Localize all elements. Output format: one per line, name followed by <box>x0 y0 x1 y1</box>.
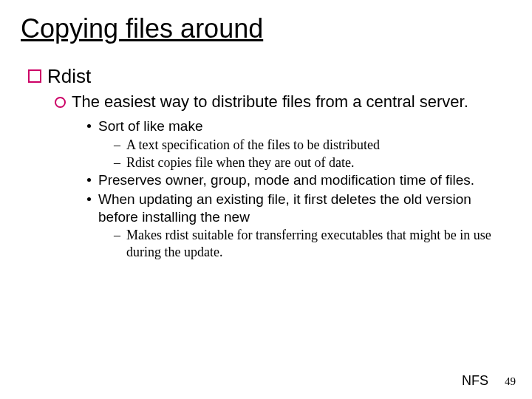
bullet-text: Sort of like make <box>98 117 203 135</box>
bullet-level1: Rdist <box>28 65 511 88</box>
slide-footer: NFS 49 <box>462 373 516 389</box>
footer-label: NFS <box>462 373 488 389</box>
bullet-text: A text specification of the files to be … <box>126 137 380 154</box>
bullet-level3: When updating an existing file, it first… <box>87 191 511 226</box>
bullet-text: Rdist copies file when they are out of d… <box>126 154 354 171</box>
square-bullet-icon <box>28 69 41 83</box>
bullet-level4: – A text specification of the files to b… <box>114 137 511 154</box>
disc-bullet-icon <box>87 124 91 128</box>
dash-bullet-icon: – <box>114 137 120 154</box>
dash-bullet-icon: – <box>114 154 120 171</box>
bullet-level2: The easiest way to distribute files from… <box>55 92 511 112</box>
bullet-text: When updating an existing file, it first… <box>98 191 511 226</box>
dash-bullet-icon: – <box>114 227 120 244</box>
bullet-level4: – Makes rdist suitable for transferring … <box>114 227 511 260</box>
bullet-level3: Sort of like make <box>87 117 511 135</box>
bullet-text: The easiest way to distribute files from… <box>72 92 468 112</box>
bullet-text: Rdist <box>47 65 91 88</box>
circle-bullet-icon <box>55 97 66 108</box>
bullet-text: Makes rdist suitable for transferring ex… <box>126 227 511 260</box>
bullet-text: Preserves owner, group, mode and modific… <box>98 171 474 189</box>
bullet-level4: – Rdist copies file when they are out of… <box>114 154 511 171</box>
slide-title: Copying files around <box>21 13 511 44</box>
disc-bullet-icon <box>87 178 91 182</box>
bullet-level3: Preserves owner, group, mode and modific… <box>87 171 511 189</box>
slide-number: 49 <box>505 375 516 388</box>
disc-bullet-icon <box>87 197 91 201</box>
slide: Copying files around Rdist The easiest w… <box>0 0 532 399</box>
